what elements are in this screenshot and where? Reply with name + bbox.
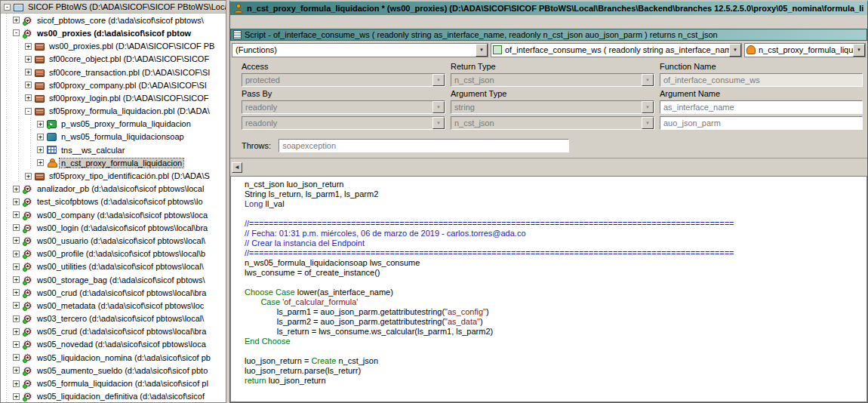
tree-expander[interactable]: +: [13, 276, 20, 283]
pbl-icon: [35, 43, 45, 51]
toolbar-gap: [230, 15, 867, 29]
code-editor[interactable]: n_cst_json luo_json_returnString ls_retu…: [230, 176, 867, 402]
tree-item[interactable]: +sf00core_transaction.pbl (D:\ADA\SICOF\…: [1, 66, 226, 78]
tree-expander[interactable]: +: [13, 198, 20, 205]
tree-expander[interactable]: +: [25, 69, 32, 75]
code-line: //======================================…: [245, 248, 865, 258]
tree-item[interactable]: +sf05proxy_tipo_identificación.pbl (D:\A…: [1, 169, 226, 182]
tree-expander[interactable]: +: [13, 211, 20, 218]
tree-item[interactable]: +tns__ws_calcular: [1, 143, 226, 156]
tree-item[interactable]: +analizador_pb (d:\ada\sicof\sicof pbtow…: [1, 183, 226, 195]
tree-guide: [1, 312, 13, 325]
dropdown-arrow-icon[interactable]: ▼: [729, 44, 741, 57]
tree-item[interactable]: +sf00proxy_company.pbl (D:\ADA\SICOF\SI: [1, 78, 226, 91]
tree-expander[interactable]: +: [13, 237, 20, 244]
tree-expander[interactable]: +: [37, 134, 44, 140]
tree-expander[interactable]: +: [13, 354, 20, 361]
tree-item[interactable]: +sicof_pbtows_core (d:\ada\sicof\sicof p…: [1, 14, 226, 26]
tree-expander[interactable]: +: [13, 315, 20, 322]
tree-expander[interactable]: -: [4, 4, 11, 11]
tree-item[interactable]: +n_ws05_formula_liquidacionsoap: [1, 131, 226, 143]
throws-row: Throws: soapexception: [230, 133, 867, 158]
tree-expander[interactable]: +: [37, 121, 44, 128]
object-dropdown[interactable]: n_cst_proxy_formula_liqu ▼: [744, 43, 866, 57]
tree-expander[interactable]: +: [13, 224, 20, 231]
tree-expander[interactable]: +: [25, 173, 32, 180]
functions-dropdown[interactable]: (Functions) ▼: [232, 43, 488, 57]
pass-by-dropdown-1[interactable]: readonly ▼: [242, 100, 445, 114]
argument-name-input-1[interactable]: as_interface_name: [660, 100, 863, 114]
tree-expander[interactable]: -: [25, 108, 32, 115]
argument-name-input-2[interactable]: auo_json_parm: [660, 116, 863, 130]
tree-item-label: test_sicofpbtows (d:\ada\sicof\sicof pbt…: [35, 197, 205, 206]
tree-expander[interactable]: +: [13, 17, 20, 23]
argument-type-value-1: string: [451, 103, 642, 112]
tree-item[interactable]: +ws05_novedad (d:\ada\sicof\sicof pbtows…: [1, 338, 226, 351]
tree-item[interactable]: +ws00_company (d:\ada\sicof\sicof pbtows…: [1, 208, 226, 221]
argument-type-dropdown-2[interactable]: n_cst_json ▼: [451, 116, 654, 130]
tree-item[interactable]: +test_sicofpbtows (d:\ada\sicof\sicof pb…: [1, 195, 226, 208]
tree-guide: [1, 66, 13, 78]
tree-item[interactable]: -sf05proxy_formula_liquidacion.pbl (D:\A…: [1, 105, 226, 118]
tree-expander[interactable]: +: [25, 56, 32, 63]
tree-expander[interactable]: -: [13, 29, 20, 36]
tree-expander[interactable]: +: [25, 43, 32, 50]
return-type-dropdown[interactable]: n_cst_json ▼: [451, 73, 654, 87]
throws-value: soapexception: [279, 141, 568, 150]
tree-item[interactable]: +ws05_liquidacion_nomina (d:\ada\sicof\s…: [1, 351, 226, 364]
window-titlebar[interactable]: n_cst_proxy_formula_liquidacion * (ws00_…: [230, 2, 867, 15]
tree-expander[interactable]: +: [13, 367, 20, 374]
tree-item[interactable]: +ws05_liquidacion_definitiva (d:\ada\sic…: [1, 390, 226, 402]
tree-expander[interactable]: +: [13, 328, 20, 335]
method-dropdown[interactable]: of_interface_consume_ws ( readonly strin…: [491, 43, 742, 57]
system-tree[interactable]: +sicof_pbtows_core (d:\ada\sicof\sicof p…: [1, 14, 226, 402]
pass-by-dropdown-2[interactable]: readonly ▼: [242, 116, 445, 130]
tree-item[interactable]: +ws00_login (d:\ada\sicof\sicof pbtows\l…: [1, 221, 226, 234]
tree-item[interactable]: +ws03_tercero (d:\ada\sicof\sicof pbtows…: [1, 312, 226, 325]
tree-expander[interactable]: +: [13, 380, 20, 387]
tree-root[interactable]: - SICOF PBtoWS (D:\ADA\SICOF\SICOF PBtoW…: [1, 1, 226, 14]
dropdown-arrow-icon: ▼: [642, 101, 654, 113]
tree-item[interactable]: +ws00_profile (d:\ada\sicof\sicof pbtows…: [1, 248, 226, 260]
tree-item[interactable]: +ws00_metadata (d:\ada\sicof\sicof pbtow…: [1, 299, 226, 312]
script-header[interactable]: Script - of_interface_consume_ws ( reado…: [230, 29, 867, 41]
tree-expander[interactable]: +: [13, 289, 20, 296]
code-line: luo_json_return = Create n_cst_json: [245, 356, 865, 366]
tree-item[interactable]: +ws00_utilities (d:\ada\sicof\sicof pbto…: [1, 260, 226, 273]
tree-item[interactable]: +ws00_storage_bag (d:\ada\sicof\sicof pb…: [1, 273, 226, 286]
pane-splitter[interactable]: ◄: [230, 158, 867, 176]
tree-item[interactable]: +ws00_crud (d:\ada\sicof\sicof pbtows\lo…: [1, 286, 226, 299]
tree-item[interactable]: +sf00core_object.pbl (D:\ADA\SICOF\SICOF: [1, 53, 226, 66]
tree-expander[interactable]: +: [13, 263, 20, 270]
tree-item[interactable]: +p_ws05_proxy_formula_liquidacion: [1, 118, 226, 131]
tree-item-label: ws00_utilities (d:\ada\sicof\sicof pbtow…: [35, 262, 205, 271]
tree-item[interactable]: +n_cst_proxy_formula_liquidacion: [1, 156, 226, 169]
access-dropdown[interactable]: protected ▼: [242, 73, 445, 87]
tree-expander[interactable]: +: [13, 341, 20, 348]
dropdown-arrow-icon[interactable]: ▼: [476, 44, 488, 57]
tree-expander[interactable]: +: [13, 251, 20, 257]
tree-expander[interactable]: +: [37, 146, 44, 153]
argument-type-dropdown-1[interactable]: string ▼: [451, 100, 654, 114]
tree-item[interactable]: +ws05_aumento_sueldo (d:\ada\sicof\sicof…: [1, 364, 226, 377]
tree-expander[interactable]: +: [13, 302, 20, 309]
dropdown-arrow-icon[interactable]: ▼: [853, 44, 865, 57]
tree-item[interactable]: +ws00_proxies.pbl (D:\ADA\SICOF\SICOF PB: [1, 40, 226, 53]
tree-expander[interactable]: +: [25, 82, 32, 88]
tree-item[interactable]: +sf00proxy_login.pbl (D:\ADA\SICOF\SICOF: [1, 91, 226, 104]
function-name-input[interactable]: of_interface_consume_ws: [660, 73, 863, 87]
tree-item[interactable]: +ws05_formula_liquidacion (d:\ada\sicof\…: [1, 377, 226, 389]
tree-item[interactable]: +ws05_crud (d:\ada\sicof\sicof pbtows\lo…: [1, 325, 226, 338]
argument-name-value-1: as_interface_name: [660, 103, 862, 112]
tree-guide: [13, 40, 25, 53]
scroll-left-button[interactable]: ◄: [232, 162, 242, 173]
tree-item-label: ws00_proxies.pbl (D:\ADA\SICOF\SICOF PB: [48, 42, 216, 51]
tree-expander[interactable]: +: [37, 159, 44, 166]
tree-item[interactable]: -ws00_proxies (d:\ada\sicof\sicof pbtow: [1, 26, 226, 39]
tree-item[interactable]: +ws00_usuario (d:\ada\sicof\sicof pbtows…: [1, 234, 226, 247]
throws-input[interactable]: soapexception: [279, 139, 569, 152]
tree-guide: [1, 53, 13, 66]
tree-expander[interactable]: +: [13, 393, 20, 400]
tree-expander[interactable]: +: [13, 186, 20, 192]
tree-expander[interactable]: +: [25, 94, 32, 101]
